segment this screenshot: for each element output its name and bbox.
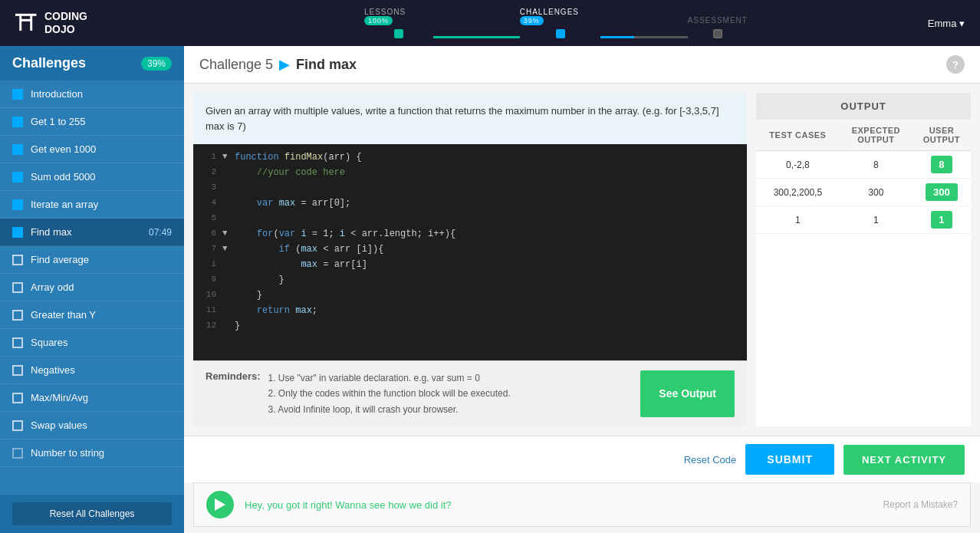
sidebar-item-geteven1000[interactable]: Get even 1000 xyxy=(0,136,184,163)
code-editor[interactable]: 1 ▼ function findMax(arr) { 2 //your cod… xyxy=(193,144,747,360)
item-empty-icon xyxy=(12,337,23,348)
play-icon xyxy=(215,498,225,511)
reset-code-button[interactable]: Reset Code xyxy=(684,454,737,466)
item-empty-icon xyxy=(12,420,23,431)
assessment-label: ASSESSMENT xyxy=(688,16,748,25)
item-empty-icon xyxy=(12,310,23,321)
bottom-bar: Reset Code SUBMIT NEXT ACTIVITY xyxy=(184,436,980,482)
reminders-box: Reminders: 1. Use "var" in variable decl… xyxy=(193,360,747,426)
user-menu[interactable]: Emma ▾ xyxy=(928,18,965,29)
next-activity-button[interactable]: NEXT ACTIVITY xyxy=(844,445,965,475)
code-line: 7 ▼ if (max < arr [i]){ xyxy=(199,242,741,258)
sidebar-item-introduction[interactable]: Introduction xyxy=(0,81,184,108)
breadcrumb-current: Find max xyxy=(296,57,357,73)
item-empty-icon xyxy=(12,282,23,293)
user-output-2: 300 xyxy=(913,179,971,206)
top-navigation: ⛩ CODING DOJO LESSONS 100% CHALLENGES 39… xyxy=(0,0,980,46)
code-line: 11 return max; xyxy=(199,304,741,319)
code-line: 12 } xyxy=(199,319,741,334)
breadcrumb-parent: Challenge 5 xyxy=(199,57,273,73)
sidebar-item-label: Negatives xyxy=(31,364,75,376)
sidebar-item-arrayodd[interactable]: Array odd xyxy=(0,274,184,301)
sidebar-item-label: Max/Min/Avg xyxy=(31,392,88,403)
help-icon[interactable]: ? xyxy=(946,55,965,74)
submit-button[interactable]: SUBMIT xyxy=(745,444,834,475)
lessons-badge: 100% xyxy=(364,16,393,25)
item-check-icon xyxy=(12,144,23,155)
lessons-label: LESSONS 100% xyxy=(364,8,433,25)
sidebar-item-greaterthany[interactable]: Greater than Y xyxy=(0,301,184,329)
code-line: 6 ▼ for(var i = 1; i < arr.length; i++){ xyxy=(199,227,741,242)
content-area: Challenge 5 ▶ Find max ? Given an array … xyxy=(184,46,980,533)
sidebar-item-label: Squares xyxy=(31,337,67,348)
sidebar-item-label: Get 1 to 255 xyxy=(31,116,86,127)
user-output-1: 8 xyxy=(913,151,971,179)
item-empty-icon xyxy=(12,393,23,403)
sidebar-footer: Reset All Challenges xyxy=(0,495,184,533)
sidebar-item-squares[interactable]: Squares xyxy=(0,329,184,357)
left-panel: Given an array with multiple values, wri… xyxy=(193,93,747,426)
sidebar-item-maxminavg[interactable]: Max/Min/Avg xyxy=(0,384,184,412)
sidebar-item-label: Introduction xyxy=(31,88,83,100)
item-check-icon xyxy=(12,172,23,183)
user-output-3: 1 xyxy=(913,206,971,234)
expected-1: 8 xyxy=(840,151,913,179)
table-row: 1 1 1 xyxy=(756,206,971,234)
lessons-step: LESSONS 100% xyxy=(364,8,433,38)
code-line: 1 ▼ function findMax(arr) { xyxy=(199,150,741,166)
reminder-3: 3. Avoid Infinite loop, it will crash yo… xyxy=(268,402,511,417)
item-check-icon xyxy=(12,117,23,127)
item-time: 07:49 xyxy=(149,227,172,238)
test-case-2: 300,2,200,5 xyxy=(756,179,840,206)
sidebar-item-label: Find average xyxy=(31,254,89,265)
col-user-output: USEROUTPUT xyxy=(913,120,971,151)
sidebar-item-iteratearray[interactable]: Iterate an array xyxy=(0,191,184,219)
sidebar-item-negatives[interactable]: Negatives xyxy=(0,357,184,384)
sidebar-item-label: Iterate an array xyxy=(31,199,98,210)
output-table-header: TEST CASES EXPECTEDOUTPUT USEROUTPUT xyxy=(756,120,971,151)
output-table: TEST CASES EXPECTEDOUTPUT USEROUTPUT 0,-… xyxy=(756,120,971,234)
sidebar-item-label: Number to string xyxy=(31,447,104,459)
description-text: Given an array with multiple values, wri… xyxy=(206,105,719,132)
challenges-step: CHALLENGES 39% xyxy=(520,8,601,38)
reminder-2: 2. Only the codes within the function bl… xyxy=(268,386,511,401)
report-mistake-link[interactable]: Report a Mistake? xyxy=(883,499,958,510)
item-check-icon xyxy=(12,199,23,210)
assessment-node xyxy=(713,29,722,38)
logo-text: CODING DOJO xyxy=(44,10,87,36)
breadcrumb-separator: ▶ xyxy=(279,56,290,73)
main-layout: Challenges 39% Introduction Get 1 to 255… xyxy=(0,46,980,533)
reset-all-challenges-button[interactable]: Reset All Challenges xyxy=(12,502,172,525)
see-output-button[interactable]: See Output xyxy=(640,370,735,417)
svg-marker-0 xyxy=(215,498,225,511)
item-empty-icon xyxy=(12,365,23,376)
sidebar-item-label: Greater than Y xyxy=(31,309,96,321)
code-line: 3 xyxy=(199,181,741,196)
table-row: 300,2,200,5 300 300 xyxy=(756,179,971,206)
prog-bar-2 xyxy=(600,36,687,38)
description-box: Given an array with multiple values, wri… xyxy=(193,93,747,144)
progress-track: LESSONS 100% CHALLENGES 39% ASSESSMENT xyxy=(364,8,748,38)
page-header: Challenge 5 ▶ Find max ? xyxy=(184,46,980,84)
logo-area: ⛩ CODING DOJO xyxy=(15,10,184,36)
reminder-1: 1. Use "var" in variable declaration. e.… xyxy=(268,370,511,386)
assessment-step: ASSESSMENT xyxy=(688,16,748,38)
sidebar-item-swapvalues[interactable]: Swap values xyxy=(0,412,184,439)
sidebar-item-sumodd5000[interactable]: Sum odd 5000 xyxy=(0,163,184,191)
test-case-1: 0,-2,8 xyxy=(756,151,840,179)
code-line: 10 } xyxy=(199,288,741,304)
play-button[interactable] xyxy=(206,491,234,518)
code-line: 5 xyxy=(199,212,741,227)
sidebar-item-findaverage[interactable]: Find average xyxy=(0,246,184,274)
test-case-3: 1 xyxy=(756,206,840,234)
sidebar: Challenges 39% Introduction Get 1 to 255… xyxy=(0,46,184,533)
sidebar-item-label: Sum odd 5000 xyxy=(31,171,96,183)
sidebar-item-numbertostring[interactable]: Number to string xyxy=(0,439,184,467)
sidebar-item-label: Array odd xyxy=(31,281,74,293)
sidebar-item-findmax[interactable]: Find max 07:49 xyxy=(0,219,184,246)
code-line: 2 //your code here xyxy=(199,166,741,181)
sidebar-item-get1to255[interactable]: Get 1 to 255 xyxy=(0,108,184,136)
output-header: OUTPUT xyxy=(756,93,971,120)
code-line: 4 var max = arr[0]; xyxy=(199,196,741,212)
challenges-node xyxy=(556,29,565,38)
